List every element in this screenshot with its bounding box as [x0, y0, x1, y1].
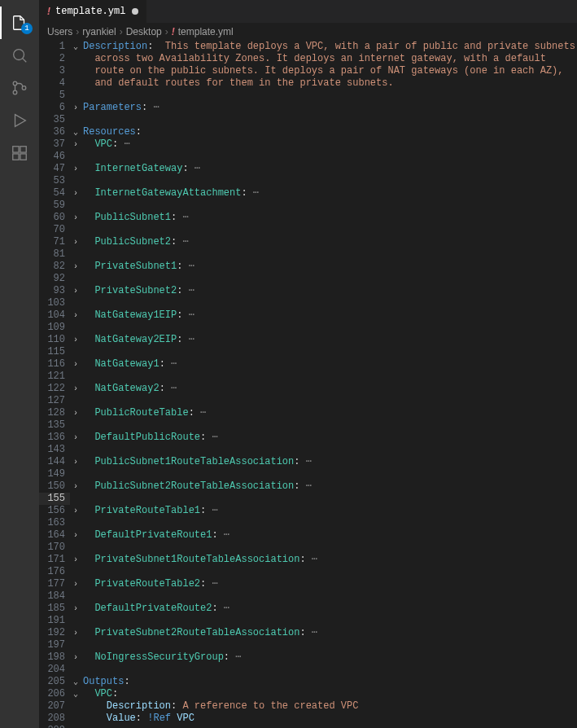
code-line[interactable]: 135 [39, 419, 577, 432]
fold-right-icon[interactable]: › [70, 432, 81, 444]
code-line[interactable]: 81 [39, 248, 577, 261]
code-line[interactable]: 177› PrivateRouteTable2: ⋯ [39, 578, 577, 590]
code-line[interactable]: 155 [39, 493, 577, 505]
fold-down-icon[interactable]: ⌄ [70, 676, 81, 688]
explorer-icon[interactable]: 1 [0, 7, 39, 39]
code-line[interactable]: 121 [39, 371, 577, 383]
code-line[interactable]: 197 [39, 639, 577, 651]
fold-right-icon[interactable]: › [70, 651, 81, 664]
code-line[interactable]: 198› NoIngressSecurityGroup: ⋯ [39, 651, 577, 664]
line-number: 92 [39, 273, 70, 285]
code-line[interactable]: 1⌄Description: This template deploys a V… [39, 41, 577, 53]
code-line[interactable]: 82› PrivateSubnet1: ⋯ [39, 261, 577, 273]
code-line[interactable]: 5 [39, 90, 577, 102]
extensions-icon[interactable] [0, 137, 39, 169]
search-icon[interactable] [0, 39, 39, 72]
code-line[interactable]: 209 [39, 725, 577, 728]
code-line[interactable]: 2 across two Availability Zones. It depl… [39, 53, 577, 65]
fold-right-icon[interactable]: › [70, 358, 81, 371]
code-line[interactable]: 54› InternetGatewayAttachment: ⋯ [39, 187, 577, 200]
code-line[interactable]: 170 [39, 542, 577, 554]
code-line[interactable]: 163 [39, 517, 577, 529]
breadcrumb-seg[interactable]: Users [47, 26, 72, 37]
code-line[interactable]: 171› PrivateSubnet1RouteTableAssociation… [39, 554, 577, 566]
code-line[interactable]: 37› VPC: ⋯ [39, 138, 577, 151]
code-line[interactable]: 92 [39, 273, 577, 285]
fold-right-icon[interactable]: › [70, 383, 81, 395]
code-line[interactable]: 207 Description: A reference to the crea… [39, 700, 577, 713]
code-line[interactable]: 122› NatGateway2: ⋯ [39, 383, 577, 395]
breadcrumbs[interactable]: Users › ryankiel › Desktop › ! template.… [39, 23, 577, 41]
code-line[interactable]: 35 [39, 114, 577, 126]
code-editor[interactable]: 1⌄Description: This template deploys a V… [39, 41, 577, 728]
source-control-icon[interactable] [0, 72, 39, 104]
code-line[interactable]: 116› NatGateway1: ⋯ [39, 358, 577, 371]
code-line[interactable]: 59 [39, 200, 577, 212]
code-line[interactable]: 103 [39, 297, 577, 309]
fold-right-icon[interactable]: › [70, 138, 81, 151]
breadcrumb-file[interactable]: template.yml [178, 26, 234, 37]
code-line[interactable]: 110› NatGateway2EIP: ⋯ [39, 334, 577, 346]
fold-right-icon[interactable]: › [70, 102, 81, 114]
code-line[interactable]: 185› DefaultPrivateRoute2: ⋯ [39, 603, 577, 615]
fold-down-icon[interactable]: ⌄ [70, 41, 81, 53]
breadcrumb-seg[interactable]: ryankiel [82, 26, 116, 37]
code-line[interactable]: 4 and default routes for them in the pri… [39, 77, 577, 90]
code-line[interactable]: 71› PublicSubnet2: ⋯ [39, 236, 577, 248]
code-line[interactable]: 184 [39, 590, 577, 603]
code-line[interactable]: 46 [39, 151, 577, 163]
fold-right-icon[interactable]: › [70, 407, 81, 419]
code-line[interactable]: 192› PrivateSubnet2RouteTableAssociation… [39, 627, 577, 639]
code-line[interactable]: 143 [39, 444, 577, 456]
fold-right-icon[interactable]: › [70, 627, 81, 639]
code-line[interactable]: 115 [39, 346, 577, 358]
tab-template-yml[interactable]: ! template.yml [39, 0, 147, 23]
fold-right-icon[interactable]: › [70, 603, 81, 615]
run-debug-icon[interactable] [0, 104, 39, 137]
code-line[interactable]: 149 [39, 468, 577, 480]
fold-right-icon[interactable]: › [70, 236, 81, 248]
fold-down-icon[interactable]: ⌄ [70, 126, 81, 138]
fold-right-icon[interactable]: › [70, 212, 81, 224]
line-number: 104 [39, 309, 70, 322]
fold-right-icon[interactable]: › [70, 163, 81, 175]
fold-right-icon[interactable]: › [70, 187, 81, 200]
code-line[interactable]: 205⌄Outputs: [39, 676, 577, 688]
code-line[interactable]: 53 [39, 175, 577, 187]
fold-right-icon[interactable]: › [70, 578, 81, 590]
fold-right-icon[interactable]: › [70, 480, 81, 493]
code-line[interactable]: 164› DefaultPrivateRoute1: ⋯ [39, 529, 577, 542]
code-line[interactable]: 47› InternetGateway: ⋯ [39, 163, 577, 175]
fold-right-icon[interactable]: › [70, 285, 81, 297]
code-line[interactable]: 208 Value: !Ref VPC [39, 713, 577, 725]
code-line[interactable]: 93› PrivateSubnet2: ⋯ [39, 285, 577, 297]
code-line[interactable]: 128› PublicRouteTable: ⋯ [39, 407, 577, 419]
fold-right-icon[interactable]: › [70, 505, 81, 517]
code-line[interactable]: 191 [39, 615, 577, 627]
code-line[interactable]: 6›Parameters: ⋯ [39, 102, 577, 114]
code-line[interactable]: 60› PublicSubnet1: ⋯ [39, 212, 577, 224]
fold-right-icon[interactable]: › [70, 309, 81, 322]
fold-right-icon[interactable]: › [70, 456, 81, 468]
line-number: 54 [39, 187, 70, 200]
code-line[interactable]: 104› NatGateway1EIP: ⋯ [39, 309, 577, 322]
breadcrumb-seg[interactable]: Desktop [126, 26, 162, 37]
code-line[interactable]: 204 [39, 664, 577, 676]
fold-right-icon[interactable]: › [70, 334, 81, 346]
code-line[interactable]: 3 route on the public subnets. It deploy… [39, 65, 577, 77]
fold-right-icon[interactable]: › [70, 554, 81, 566]
fold-down-icon[interactable]: ⌄ [70, 688, 81, 700]
code-line[interactable]: 109 [39, 322, 577, 334]
code-line[interactable]: 36⌄Resources: [39, 126, 577, 138]
code-line[interactable]: 127 [39, 395, 577, 407]
code-content: VPC: [81, 688, 118, 700]
code-line[interactable]: 136› DefaultPublicRoute: ⋯ [39, 432, 577, 444]
fold-right-icon[interactable]: › [70, 529, 81, 542]
code-line[interactable]: 144› PublicSubnet1RouteTableAssociation:… [39, 456, 577, 468]
fold-right-icon[interactable]: › [70, 261, 81, 273]
code-line[interactable]: 70 [39, 224, 577, 236]
code-line[interactable]: 156› PrivateRouteTable1: ⋯ [39, 505, 577, 517]
code-line[interactable]: 176 [39, 566, 577, 578]
code-line[interactable]: 150› PublicSubnet2RouteTableAssociation:… [39, 480, 577, 493]
code-line[interactable]: 206⌄ VPC: [39, 688, 577, 700]
